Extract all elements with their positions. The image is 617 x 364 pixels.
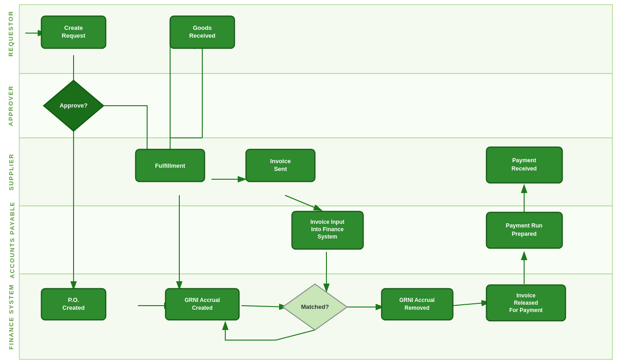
node-invoice-input-label3: System — [318, 233, 337, 240]
node-create-request-label2: Request — [62, 32, 86, 39]
node-payment-run-label2: Prepared — [512, 231, 537, 237]
node-create-request-label: Create — [64, 24, 83, 31]
node-grni-accrual-removed-label1: GRNI Accrual — [400, 297, 435, 303]
node-approve-label: Approve? — [60, 102, 88, 109]
node-payment-run-label1: Payment Run — [506, 222, 543, 229]
lane-label-supplier: SUPPLIER — [8, 153, 15, 190]
svg-rect-29 — [486, 147, 562, 183]
node-invoice-sent-label2: Sent — [274, 165, 287, 172]
node-invoice-input-label1: Invoice Input — [310, 219, 344, 225]
node-goods-received-label2: Received — [189, 32, 215, 39]
node-fulfillment-label: Fulfillment — [155, 162, 185, 169]
node-grni-accrual-created-label2: Created — [192, 305, 213, 311]
node-invoice-sent-label: Invoice — [270, 158, 291, 165]
diagram-container: REQUESTOR APPROVER SUPPLIER ACCOUNTS PAY… — [0, 0, 617, 364]
node-po-created-label2: Created — [63, 304, 85, 311]
node-invoice-input-label2: Into Finance — [311, 226, 344, 233]
node-invoice-released-label3: For Payment — [509, 307, 543, 313]
diagram-svg: REQUESTOR APPROVER SUPPLIER ACCOUNTS PAY… — [0, 0, 617, 364]
node-matched-label: Matched? — [301, 303, 329, 310]
lane-label-approver: APPROVER — [7, 85, 14, 126]
node-goods-received-label: Goods — [193, 24, 211, 31]
lane-label-finance-system: FINANCE SYSTEM — [8, 284, 15, 350]
svg-rect-28 — [486, 212, 562, 248]
node-invoice-released-label2: Released — [514, 300, 538, 306]
svg-rect-1 — [19, 5, 612, 74]
svg-rect-31 — [166, 289, 239, 320]
node-invoice-released-label1: Invoice — [516, 292, 536, 299]
svg-rect-33 — [382, 289, 453, 320]
node-po-created-label1: P.O. — [68, 296, 79, 303]
node-grni-accrual-created-label1: GRNI Accrual — [185, 297, 220, 303]
lane-label-requestor: REQUESTOR — [7, 11, 14, 57]
node-payment-received-label2: Received — [512, 165, 537, 172]
node-grni-accrual-removed-label2: Removed — [405, 305, 429, 311]
lane-label-accounts-payable: ACCOUNTS PAYABLE — [9, 201, 16, 279]
node-payment-received-label1: Payment — [512, 157, 537, 164]
